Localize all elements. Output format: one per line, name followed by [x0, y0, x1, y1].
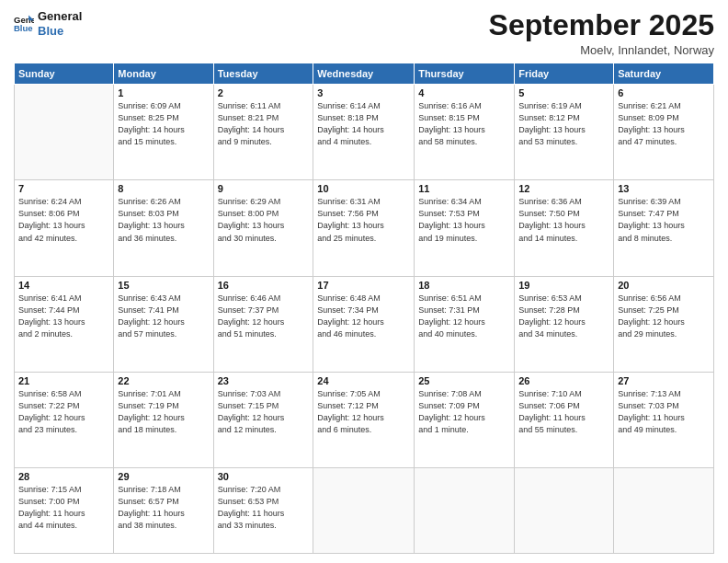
day-info: Sunrise: 6:56 AMSunset: 7:25 PMDaylight:…	[618, 293, 710, 340]
day-number: 12	[518, 183, 609, 194]
day-number: 5	[518, 87, 609, 98]
day-info: Sunrise: 6:43 AMSunset: 7:41 PMDaylight:…	[118, 293, 209, 340]
day-number: 4	[418, 87, 510, 98]
day-number: 11	[418, 183, 510, 194]
table-row: 1Sunrise: 6:09 AMSunset: 8:25 PMDaylight…	[114, 85, 213, 180]
day-number: 8	[118, 183, 209, 194]
day-number: 24	[317, 375, 410, 386]
table-row: 10Sunrise: 6:31 AMSunset: 7:56 PMDayligh…	[313, 180, 415, 276]
table-row: 11Sunrise: 6:34 AMSunset: 7:53 PMDayligh…	[415, 180, 515, 276]
logo-line1: General	[38, 9, 82, 24]
day-info: Sunrise: 6:24 AMSunset: 8:06 PMDaylight:…	[18, 196, 109, 244]
day-number: 16	[218, 280, 310, 291]
page: General Blue General Blue September 2025…	[0, 0, 728, 563]
table-row: 25Sunrise: 7:08 AMSunset: 7:09 PMDayligh…	[415, 372, 515, 467]
day-number: 17	[317, 280, 410, 291]
day-info: Sunrise: 6:09 AMSunset: 8:25 PMDaylight:…	[118, 100, 209, 148]
day-info: Sunrise: 7:15 AMSunset: 7:00 PMDaylight:…	[18, 484, 109, 532]
title-block: September 2025 Moelv, Innlandet, Norway	[489, 9, 714, 57]
col-header-monday: Monday	[114, 63, 213, 85]
day-info: Sunrise: 6:41 AMSunset: 7:44 PMDaylight:…	[18, 293, 109, 340]
svg-text:Blue: Blue	[14, 23, 33, 33]
day-info: Sunrise: 6:26 AMSunset: 8:03 PMDaylight:…	[118, 196, 209, 244]
table-row: 5Sunrise: 6:19 AMSunset: 8:12 PMDaylight…	[515, 85, 614, 180]
day-number: 27	[618, 375, 710, 386]
logo-line2: Blue	[38, 24, 82, 39]
day-number: 20	[618, 280, 710, 291]
col-header-saturday: Saturday	[614, 63, 714, 85]
day-info: Sunrise: 6:51 AMSunset: 7:31 PMDaylight:…	[418, 293, 510, 340]
day-info: Sunrise: 6:39 AMSunset: 7:47 PMDaylight:…	[618, 196, 710, 244]
table-row: 3Sunrise: 6:14 AMSunset: 8:18 PMDaylight…	[313, 85, 415, 180]
day-info: Sunrise: 6:48 AMSunset: 7:34 PMDaylight:…	[317, 293, 410, 340]
table-row: 18Sunrise: 6:51 AMSunset: 7:31 PMDayligh…	[415, 276, 515, 372]
table-row	[415, 467, 515, 553]
day-number: 9	[218, 183, 310, 194]
day-number: 19	[518, 280, 609, 291]
table-row: 23Sunrise: 7:03 AMSunset: 7:15 PMDayligh…	[213, 372, 313, 467]
table-row: 12Sunrise: 6:36 AMSunset: 7:50 PMDayligh…	[515, 180, 614, 276]
table-row: 28Sunrise: 7:15 AMSunset: 7:00 PMDayligh…	[15, 467, 114, 553]
table-row: 13Sunrise: 6:39 AMSunset: 7:47 PMDayligh…	[614, 180, 714, 276]
col-header-sunday: Sunday	[15, 63, 114, 85]
table-row: 7Sunrise: 6:24 AMSunset: 8:06 PMDaylight…	[15, 180, 114, 276]
table-row: 4Sunrise: 6:16 AMSunset: 8:15 PMDaylight…	[415, 85, 515, 180]
day-info: Sunrise: 6:46 AMSunset: 7:37 PMDaylight:…	[218, 293, 310, 340]
day-info: Sunrise: 7:10 AMSunset: 7:06 PMDaylight:…	[518, 388, 609, 436]
location-subtitle: Moelv, Innlandet, Norway	[489, 43, 714, 57]
day-info: Sunrise: 6:58 AMSunset: 7:22 PMDaylight:…	[18, 388, 109, 436]
day-number: 26	[518, 375, 609, 386]
month-title: September 2025	[489, 9, 714, 41]
day-number: 23	[218, 375, 310, 386]
table-row: 22Sunrise: 7:01 AMSunset: 7:19 PMDayligh…	[114, 372, 213, 467]
day-info: Sunrise: 7:20 AMSunset: 6:53 PMDaylight:…	[218, 484, 310, 532]
day-info: Sunrise: 7:01 AMSunset: 7:19 PMDaylight:…	[118, 388, 209, 436]
table-row: 24Sunrise: 7:05 AMSunset: 7:12 PMDayligh…	[313, 372, 415, 467]
day-info: Sunrise: 7:03 AMSunset: 7:15 PMDaylight:…	[218, 388, 310, 436]
col-header-tuesday: Tuesday	[213, 63, 313, 85]
day-info: Sunrise: 7:08 AMSunset: 7:09 PMDaylight:…	[418, 388, 510, 436]
day-info: Sunrise: 7:05 AMSunset: 7:12 PMDaylight:…	[317, 388, 410, 436]
day-info: Sunrise: 6:34 AMSunset: 7:53 PMDaylight:…	[418, 196, 510, 244]
table-row: 6Sunrise: 6:21 AMSunset: 8:09 PMDaylight…	[614, 85, 714, 180]
day-info: Sunrise: 6:21 AMSunset: 8:09 PMDaylight:…	[618, 100, 710, 148]
table-row: 16Sunrise: 6:46 AMSunset: 7:37 PMDayligh…	[213, 276, 313, 372]
table-row	[15, 85, 114, 180]
calendar-body: 1Sunrise: 6:09 AMSunset: 8:25 PMDaylight…	[15, 85, 714, 554]
header: General Blue General Blue September 2025…	[14, 9, 714, 57]
table-row: 20Sunrise: 6:56 AMSunset: 7:25 PMDayligh…	[614, 276, 714, 372]
table-row: 9Sunrise: 6:29 AMSunset: 8:00 PMDaylight…	[213, 180, 313, 276]
table-row: 21Sunrise: 6:58 AMSunset: 7:22 PMDayligh…	[15, 372, 114, 467]
day-info: Sunrise: 6:19 AMSunset: 8:12 PMDaylight:…	[518, 100, 609, 148]
table-row	[515, 467, 614, 553]
day-info: Sunrise: 6:53 AMSunset: 7:28 PMDaylight:…	[518, 293, 609, 340]
day-info: Sunrise: 7:13 AMSunset: 7:03 PMDaylight:…	[618, 388, 710, 436]
day-number: 14	[18, 280, 109, 291]
table-row: 15Sunrise: 6:43 AMSunset: 7:41 PMDayligh…	[114, 276, 213, 372]
day-number: 13	[618, 183, 710, 194]
col-header-thursday: Thursday	[415, 63, 515, 85]
table-row: 17Sunrise: 6:48 AMSunset: 7:34 PMDayligh…	[313, 276, 415, 372]
day-number: 29	[118, 471, 209, 482]
table-row: 2Sunrise: 6:11 AMSunset: 8:21 PMDaylight…	[213, 85, 313, 180]
table-row	[614, 467, 714, 553]
day-info: Sunrise: 6:36 AMSunset: 7:50 PMDaylight:…	[518, 196, 609, 244]
table-row	[313, 467, 415, 553]
day-number: 10	[317, 183, 410, 194]
day-info: Sunrise: 6:29 AMSunset: 8:00 PMDaylight:…	[218, 196, 310, 244]
day-number: 1	[118, 87, 209, 98]
col-header-friday: Friday	[515, 63, 614, 85]
day-info: Sunrise: 6:16 AMSunset: 8:15 PMDaylight:…	[418, 100, 510, 148]
day-number: 22	[118, 375, 209, 386]
day-number: 25	[418, 375, 510, 386]
table-row: 19Sunrise: 6:53 AMSunset: 7:28 PMDayligh…	[515, 276, 614, 372]
day-number: 3	[317, 87, 410, 98]
calendar-table: Sunday Monday Tuesday Wednesday Thursday…	[14, 63, 714, 554]
day-number: 15	[118, 280, 209, 291]
logo: General Blue General Blue	[14, 9, 82, 38]
day-info: Sunrise: 6:11 AMSunset: 8:21 PMDaylight:…	[218, 100, 310, 148]
logo-icon: General Blue	[14, 14, 34, 34]
day-number: 30	[218, 471, 310, 482]
table-row: 27Sunrise: 7:13 AMSunset: 7:03 PMDayligh…	[614, 372, 714, 467]
day-number: 21	[18, 375, 109, 386]
